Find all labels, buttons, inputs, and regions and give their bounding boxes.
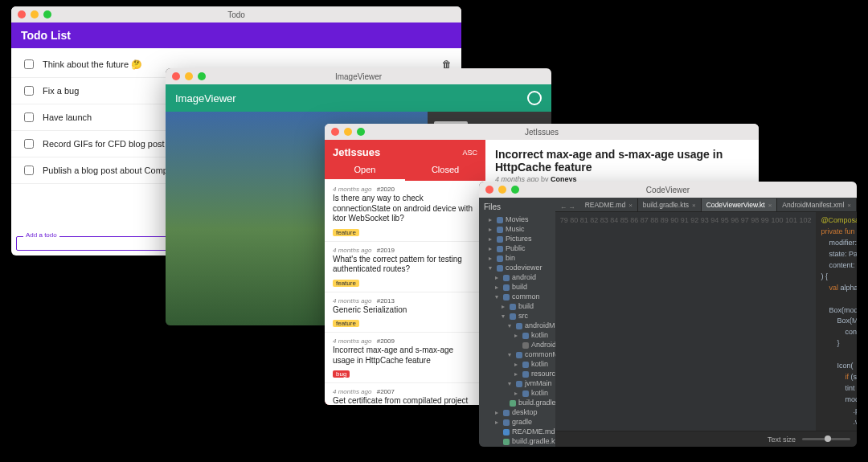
issue-age: 4 months ago xyxy=(333,297,371,305)
todo-checkbox[interactable] xyxy=(24,166,34,175)
node-label: resources xyxy=(531,370,555,378)
folder-node[interactable]: desktop xyxy=(489,407,554,417)
todo-checkbox[interactable] xyxy=(24,59,34,69)
folder-node[interactable]: kotlin xyxy=(489,330,554,340)
folder-node[interactable]: android xyxy=(489,272,554,282)
close-icon[interactable] xyxy=(18,10,26,18)
folder-node[interactable]: codeviewer xyxy=(489,263,554,272)
todo-text: Record GIFs for CFD blog post xyxy=(43,139,165,149)
file-node[interactable]: build.gradle.kts xyxy=(489,436,554,446)
folder-node[interactable]: kotlin xyxy=(489,359,554,369)
minimize-icon[interactable] xyxy=(498,186,506,194)
folder-node[interactable]: common xyxy=(489,292,554,301)
folder-node[interactable]: build xyxy=(489,301,554,311)
minimize-icon[interactable] xyxy=(31,10,39,18)
jetissues-issue-list[interactable]: 4 months ago #2020Is there any way to ch… xyxy=(325,181,485,405)
node-label: build.gradle.kts xyxy=(518,399,555,407)
issue-id: #2013 xyxy=(377,297,395,305)
folder-node[interactable]: Movies xyxy=(489,215,554,224)
issue-row[interactable]: 4 months ago #2020Is there any way to ch… xyxy=(325,181,485,242)
jetissues-titlebar[interactable]: JetIssues xyxy=(325,124,759,140)
folder-node[interactable]: Pictures xyxy=(489,234,554,243)
sort-button[interactable]: ASC xyxy=(462,149,477,157)
maximize-icon[interactable] xyxy=(357,128,365,136)
nav-forward-icon[interactable]: → xyxy=(568,203,575,211)
folder-node[interactable]: gradle xyxy=(489,417,554,427)
todo-checkbox[interactable] xyxy=(24,139,34,149)
close-tab-icon[interactable]: × xyxy=(628,202,633,209)
maximize-icon[interactable] xyxy=(511,186,519,194)
gradle-icon xyxy=(503,439,510,445)
editor-tab[interactable]: build.gradle.kts× xyxy=(638,198,702,211)
folder-icon xyxy=(497,217,503,223)
code-text[interactable]: @Composable private fun ResizablePanel( … xyxy=(816,212,857,431)
editor-tab[interactable]: AndroidManifest.xml× xyxy=(777,198,857,211)
codeviewer-window: CodeViewer Files MoviesMusicPicturesPubl… xyxy=(479,182,857,447)
code-editor: ← → README.md×build.gradle.kts×CodeViewe… xyxy=(555,198,857,447)
tab-closed[interactable]: Closed xyxy=(405,160,485,181)
issue-title: Incorrect max-age and s-max-age usage in… xyxy=(333,345,477,366)
file-node[interactable]: README.md xyxy=(489,427,554,436)
folder-icon xyxy=(522,390,529,397)
close-icon[interactable] xyxy=(485,186,493,194)
file-tree[interactable]: Files MoviesMusicPicturesPublicbincodevi… xyxy=(479,198,555,447)
codeviewer-titlebar[interactable]: CodeViewer xyxy=(479,182,857,198)
issue-tag: feature xyxy=(333,229,359,236)
close-tab-icon[interactable]: × xyxy=(847,202,851,209)
imageviewer-titlebar[interactable]: ImageViewer xyxy=(166,68,551,84)
issue-title: Generic Serialization xyxy=(333,305,477,316)
issue-row[interactable]: 4 months ago #2013Generic Serializationf… xyxy=(325,292,485,333)
maximize-icon[interactable] xyxy=(43,10,51,18)
node-label: desktop xyxy=(512,408,538,416)
todo-checkbox[interactable] xyxy=(24,86,34,96)
node-label: common xyxy=(512,292,540,301)
todo-text: Have launch xyxy=(43,112,92,122)
close-icon[interactable] xyxy=(172,72,180,80)
file-node[interactable]: AndroidManifest.xml xyxy=(489,340,554,350)
node-label: bin xyxy=(506,254,515,262)
refresh-icon[interactable] xyxy=(527,91,542,105)
todo-text: Think about the future 🤔 xyxy=(43,59,142,70)
file-node[interactable]: build.gradle.kts xyxy=(489,398,554,407)
close-tab-icon[interactable]: × xyxy=(692,202,696,209)
nav-back-icon[interactable]: ← xyxy=(560,203,567,211)
issue-id: #2007 xyxy=(377,388,395,395)
issue-detail-title: Incorrect max-age and s-max-age usage in… xyxy=(495,148,749,174)
close-icon[interactable] xyxy=(331,128,339,136)
node-label: Pictures xyxy=(506,235,532,243)
folder-node[interactable]: Public xyxy=(489,243,554,253)
issue-row[interactable]: 4 months ago #2019What's the correct pat… xyxy=(325,242,485,292)
issue-row[interactable]: 4 months ago #2007Get certificate from c… xyxy=(325,383,485,405)
file-icon xyxy=(522,342,529,349)
text-size-slider[interactable] xyxy=(802,438,850,440)
folder-icon xyxy=(503,410,510,416)
folder-node[interactable]: commonMain xyxy=(489,350,554,359)
todo-checkbox[interactable] xyxy=(24,112,34,122)
issue-age: 4 months ago xyxy=(333,337,371,345)
editor-tab[interactable]: README.md× xyxy=(580,198,638,211)
folder-node[interactable]: build xyxy=(489,282,554,292)
folder-icon xyxy=(497,256,503,262)
node-label: kotlin xyxy=(531,389,548,397)
node-label: src xyxy=(518,312,528,320)
folder-node[interactable]: Music xyxy=(489,224,554,234)
editor-tab[interactable]: CodeViewerView.kt× xyxy=(702,198,778,211)
close-tab-icon[interactable]: × xyxy=(768,202,772,209)
issue-age: 4 months ago xyxy=(333,247,371,254)
folder-node[interactable]: jvmMain xyxy=(489,378,554,388)
minimize-icon[interactable] xyxy=(185,72,193,80)
tab-open[interactable]: Open xyxy=(325,160,405,181)
folder-node[interactable]: bin xyxy=(489,253,554,263)
maximize-icon[interactable] xyxy=(198,72,206,80)
folder-node[interactable]: kotlin xyxy=(489,388,554,398)
folder-node[interactable]: androidMain xyxy=(489,321,554,330)
folder-icon xyxy=(503,284,510,291)
folder-node[interactable]: src xyxy=(489,311,554,321)
file-node[interactable]: gradle.properties xyxy=(489,446,554,447)
issue-title: What's the correct pattern for testing a… xyxy=(333,255,477,275)
minimize-icon[interactable] xyxy=(344,128,352,136)
issue-row[interactable]: 4 months ago #2009Incorrect max-age and … xyxy=(325,333,485,383)
todo-text: Fix a bug xyxy=(43,86,79,96)
todo-titlebar[interactable]: Todo xyxy=(11,6,461,22)
folder-node[interactable]: resources xyxy=(489,369,554,378)
